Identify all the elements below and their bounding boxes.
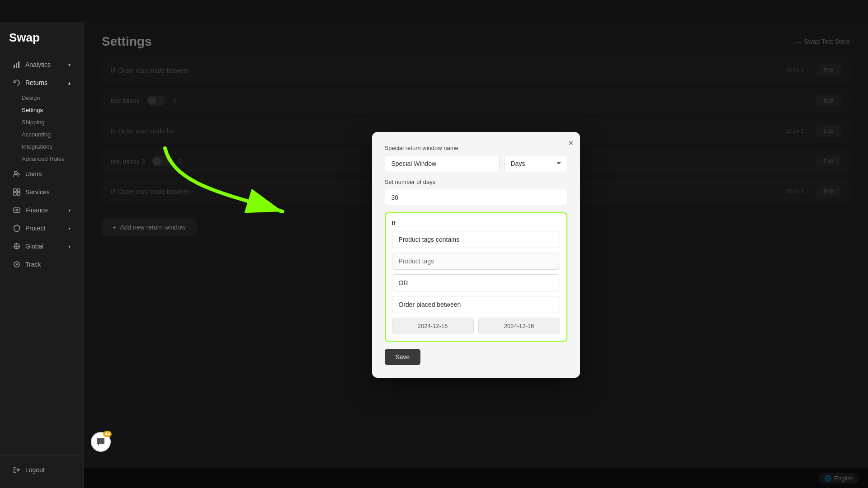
sidebar-sub-shipping[interactable]: Shipping	[22, 116, 83, 128]
sidebar-sub-design[interactable]: Design	[22, 92, 83, 104]
sidebar-item-analytics-label: Analytics	[25, 61, 51, 68]
modal-name-row: Days Weeks Months	[385, 155, 567, 172]
svg-rect-7	[17, 192, 20, 195]
sidebar-item-logout[interactable]: Logout	[4, 461, 80, 479]
sidebar-item-protect-label: Protect	[25, 225, 45, 232]
arrow-annotation	[156, 139, 301, 240]
svg-rect-2	[18, 61, 19, 68]
sidebar-item-services[interactable]: Services	[4, 183, 80, 201]
sidebar-bottom: Logout	[0, 455, 83, 479]
svg-rect-8	[14, 208, 20, 212]
modal-order-select[interactable]: Order placed between Product tags contai…	[392, 296, 560, 313]
modal-date-row: 2024-12-16 2024-12-16	[392, 318, 560, 334]
users-icon	[13, 170, 21, 178]
sidebar-item-services-label: Services	[25, 188, 50, 196]
modal-if-section: If Product tags contains Order placed be…	[385, 212, 567, 342]
top-bar	[0, 0, 868, 22]
track-icon	[13, 260, 21, 268]
sidebar-item-finance-label: Finance	[25, 206, 48, 214]
protect-icon	[13, 224, 21, 232]
sidebar-sub-settings[interactable]: Settings	[22, 104, 83, 116]
chat-bubble[interactable]: 44	[91, 432, 111, 452]
global-icon	[13, 242, 21, 250]
svg-rect-5	[17, 189, 20, 192]
sidebar-item-analytics[interactable]: Analytics ▾	[4, 56, 80, 73]
chevron-down-icon-global: ▾	[68, 244, 71, 249]
sidebar-item-finance[interactable]: Finance ▾	[4, 202, 80, 219]
modal-condition-row: Product tags contains Order placed betwe…	[392, 231, 560, 248]
svg-rect-6	[14, 192, 16, 195]
modal-order-row: Order placed between Product tags contai…	[392, 296, 560, 313]
modal-if-label: If	[392, 220, 560, 226]
sidebar-returns-submenu: Design Settings Shipping Accounting Inte…	[0, 92, 83, 165]
svg-point-9	[16, 209, 18, 211]
sidebar-logo: Swap	[0, 31, 83, 56]
sidebar: Swap Analytics ▾ Returns ▴	[0, 22, 84, 488]
main-content: Settings — Swap Test Store IF Order was …	[84, 22, 868, 488]
chevron-up-icon: ▴	[68, 80, 71, 85]
sidebar-sub-integrations[interactable]: Integrations	[22, 141, 83, 153]
modal-save-button[interactable]: Save	[385, 349, 421, 365]
chart-icon	[13, 61, 21, 69]
modal-days-input[interactable]	[385, 189, 567, 206]
modal-tags-input[interactable]	[392, 253, 560, 270]
chat-badge: 44	[103, 431, 112, 437]
modal-overlay[interactable]: × Special return window name Days Weeks …	[84, 22, 868, 488]
modal-days-label: Set number of days	[385, 178, 567, 185]
sidebar-item-track-label: Track	[25, 261, 41, 268]
svg-rect-4	[14, 189, 16, 192]
chevron-down-icon-finance: ▾	[68, 208, 71, 213]
sidebar-item-protect[interactable]: Protect ▾	[4, 220, 80, 237]
sidebar-item-track[interactable]: Track	[4, 256, 80, 273]
modal-tags-row	[392, 253, 560, 270]
svg-rect-1	[16, 63, 17, 68]
logout-icon	[13, 466, 21, 474]
return-icon	[13, 79, 21, 87]
finance-icon	[13, 206, 21, 214]
logout-label: Logout	[25, 466, 45, 474]
sidebar-item-returns-label: Returns	[25, 79, 47, 86]
svg-point-3	[14, 171, 17, 174]
modal: × Special return window name Days Weeks …	[372, 132, 580, 378]
services-icon	[13, 188, 21, 196]
modal-date2-button[interactable]: 2024-12-16	[478, 318, 560, 334]
svg-point-12	[16, 263, 18, 265]
sidebar-item-users-label: Users	[25, 170, 42, 178]
modal-name-label: Special return window name	[385, 145, 567, 151]
modal-name-input[interactable]	[385, 155, 500, 172]
modal-logic-select[interactable]: OR AND	[392, 274, 560, 291]
sidebar-sub-accounting[interactable]: Accounting	[22, 128, 83, 141]
modal-condition-select[interactable]: Product tags contains Order placed betwe…	[392, 231, 560, 248]
sidebar-sub-advanced-rules[interactable]: Advanced Rules	[22, 153, 83, 165]
svg-rect-0	[14, 65, 15, 68]
sidebar-item-users[interactable]: Users	[4, 165, 80, 183]
modal-days-select[interactable]: Days Weeks Months	[504, 155, 567, 172]
sidebar-item-returns[interactable]: Returns ▴	[4, 74, 80, 91]
modal-logic-row: OR AND	[392, 274, 560, 291]
sidebar-item-global-label: Global	[25, 243, 43, 250]
chevron-down-icon: ▾	[68, 62, 71, 67]
sidebar-item-global[interactable]: Global ▾	[4, 238, 80, 255]
modal-close-button[interactable]: ×	[568, 138, 574, 147]
modal-date1-button[interactable]: 2024-12-16	[392, 318, 474, 334]
chevron-down-icon-protect: ▾	[68, 226, 71, 231]
